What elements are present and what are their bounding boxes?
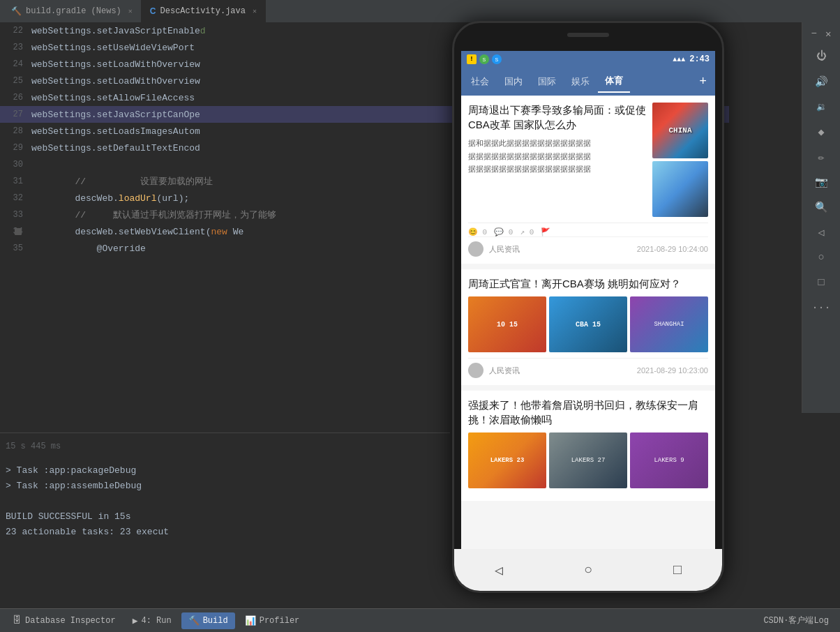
console-area: 15 s 445 ms > Task :app:packageDebug > T… xyxy=(0,432,450,594)
nav-tab-guonei[interactable]: 国内 xyxy=(497,71,530,92)
phone-screen: ! S S ▲▲▲ 2:43 社会 国内 xyxy=(461,51,715,549)
build-tab-label: Build xyxy=(203,616,228,626)
build-icon: 🔨 xyxy=(188,615,200,626)
run-tab-label: 4: Run xyxy=(141,616,171,626)
article-2-meta: 人民资讯 2021-08-29 10:23:00 xyxy=(468,358,708,378)
article-3-images: LAKERS 23 LAKERS 27 LAKERS 9 xyxy=(468,432,708,488)
phone-emulator: ! S S ▲▲▲ 2:43 社会 国内 xyxy=(452,21,731,607)
home-button[interactable]: ○ xyxy=(584,562,592,578)
ide-main: 🔨 build.gradle (News) ✕ C DescActivity.j… xyxy=(0,0,840,632)
article-1-title: 周琦退出下赛季导致多输局面：或促使CBA改革 国家队怎么办 xyxy=(468,103,647,132)
article-2-title: 周琦正式官宣！离开CBA赛场 姚明如何应对？ xyxy=(468,276,708,291)
back-button[interactable]: ◁ xyxy=(495,562,503,579)
tab-bar: 🔨 build.gradle (News) ✕ C DescActivity.j… xyxy=(0,0,840,22)
nav-tab-guoji[interactable]: 国际 xyxy=(531,71,563,92)
zoom-button[interactable]: 🔍 xyxy=(807,196,835,218)
database-icon: 🗄 xyxy=(13,615,22,626)
nav-tab-tiyu[interactable]: 体育 xyxy=(598,70,630,93)
nav-add-button[interactable]: + xyxy=(693,72,712,91)
status-icons-right: ▲▲▲ 2:43 xyxy=(673,54,710,64)
article-3-img-2: LAKERS 27 xyxy=(549,432,627,488)
article-1-text: 周琦退出下赛季导致多输局面：或促使CBA改革 国家队怎么办 据和据据此据据据据据… xyxy=(468,103,647,217)
tab-java[interactable]: C DescActivity.java ✕ xyxy=(142,0,266,22)
article-1-images: CHINA xyxy=(652,103,708,217)
status-icons-left: ! S S xyxy=(467,54,502,64)
article-3-title: 强援来了！他带着詹眉说明书回归，教练保安一肩挑！浓眉敢偷懒吗 xyxy=(468,398,708,427)
article-3-img-3: LAKERS 9 xyxy=(630,432,708,488)
article-2-img-1: 10 15 xyxy=(468,296,546,352)
console-line-tasks: 23 actionable tasks: 23 execut xyxy=(6,524,444,539)
camera-button[interactable]: 📷 xyxy=(807,171,835,193)
bottom-tab-profiler[interactable]: 📊 Profiler xyxy=(238,612,307,629)
news-article-3[interactable]: 强援来了！他带着詹眉说明书回归，教练保安一肩挑！浓眉敢偷懒吗 LAKERS 23… xyxy=(461,391,715,501)
square-nav-button[interactable]: □ xyxy=(807,271,835,294)
close-button[interactable]: ✕ xyxy=(825,28,831,40)
phone-speaker xyxy=(567,33,609,37)
article-2-img-3: SHANGHAI xyxy=(630,296,708,352)
console-line-timing: 15 s 445 ms xyxy=(6,439,444,454)
article-1-avatar xyxy=(468,241,483,257)
article-1-snippet-2: 据据据据据据据据据据据据据据据据 xyxy=(468,151,647,163)
signal-icon: ▲▲▲ xyxy=(673,56,685,63)
article-2-source: 人民资讯 xyxy=(489,366,520,376)
gradle-tab-label: build.gradle (News) xyxy=(26,6,121,16)
article-2-images: 10 15 CBA 15 SHANGHAI xyxy=(468,296,708,352)
article-1-meta: 人民资讯 2021-08-29 10:24:00 xyxy=(468,236,708,257)
article-1-source: 人民资讯 xyxy=(489,244,520,255)
profiler-tab-label: Profiler xyxy=(260,616,300,626)
article-2-time: 2021-08-29 10:23:00 xyxy=(637,366,708,375)
s-icon-1: S xyxy=(479,54,489,64)
article-3-img-1: LAKERS 23 xyxy=(468,432,546,488)
power-button[interactable]: ⏻ xyxy=(807,45,835,68)
recents-button[interactable]: □ xyxy=(673,562,682,578)
volume-up-button[interactable]: 🔊 xyxy=(807,70,835,93)
article-1-layout: 周琦退出下赛季导致多输局面：或促使CBA改革 国家队怎么办 据和据据此据据据据据… xyxy=(468,103,708,217)
gradle-tab-close[interactable]: ✕ xyxy=(128,7,133,15)
gradle-tab-icon: 🔨 xyxy=(11,6,22,17)
minimize-button[interactable]: − xyxy=(811,28,817,40)
warning-icon: ! xyxy=(467,54,477,64)
console-line-build: BUILD SUCCESSFUL in 15s xyxy=(6,509,444,524)
console-line-1: > Task :app:packageDebug xyxy=(6,462,444,478)
run-icon: ▶ xyxy=(133,615,138,626)
tab-gradle[interactable]: 🔨 build.gradle (News) ✕ xyxy=(3,0,142,22)
bottom-tab-database[interactable]: 🗄 Database Inspector xyxy=(6,612,123,629)
more-options-button[interactable]: ··· xyxy=(807,296,835,319)
article-2-avatar xyxy=(468,363,483,378)
bottom-tab-run[interactable]: ▶ 4: Run xyxy=(126,612,179,629)
volume-down-button[interactable]: 🔉 xyxy=(807,96,835,118)
article-1-snippet: 据和据据此据据据据据据据据据据据 xyxy=(468,137,647,149)
right-vertical-panel: − ✕ ⏻ 🔊 🔉 ◆ ✏ 📷 🔍 ◁ ○ □ ··· xyxy=(802,22,840,413)
news-article-2[interactable]: 周琦正式官宣！离开CBA赛场 姚明如何应对？ 10 15 CBA 15 SHAN… xyxy=(461,269,715,385)
bottom-tab-build[interactable]: 🔨 Build xyxy=(181,612,235,629)
article-1-snippet-3: 据据据据据据据据据据据据据据据据 xyxy=(468,163,647,175)
phone-bottom-bar: ◁ ○ □ xyxy=(454,549,722,591)
database-tab-label: Database Inspector xyxy=(25,616,116,626)
article-1-time: 2021-08-29 10:24:00 xyxy=(637,245,708,253)
home-nav-button[interactable]: ○ xyxy=(807,246,835,269)
java-tab-label: DescActivity.java xyxy=(160,6,246,16)
edit-button[interactable]: ✏ xyxy=(807,146,835,168)
s-icon-2: S xyxy=(492,54,502,64)
news-article-1[interactable]: 周琦退出下赛季导致多输局面：或促使CBA改革 国家队怎么办 据和据据此据据据据据… xyxy=(461,96,715,264)
status-time: 2:43 xyxy=(689,54,710,64)
java-tab-icon: C xyxy=(150,6,156,16)
bottom-right-label: CSDN·客户端Log xyxy=(758,612,834,629)
profiler-icon: 📊 xyxy=(245,615,256,626)
window-controls: − ✕ xyxy=(811,28,832,40)
article-1-img-1: CHINA xyxy=(652,103,708,158)
article-1-actions: 😊 0 💬 0 ↗ 0 🚩 xyxy=(468,223,708,236)
news-content[interactable]: 周琦退出下赛季导致多输局面：或促使CBA改革 国家队怎么办 据和据据此据据据据据… xyxy=(461,96,715,549)
console-timing: 15 s 445 ms xyxy=(6,442,82,451)
diamond-button[interactable]: ◆ xyxy=(807,121,835,143)
nav-tab-shehui[interactable]: 社会 xyxy=(464,71,496,92)
news-nav: 社会 国内 国际 娱乐 体育 + xyxy=(461,68,715,96)
nav-tab-yule[interactable]: 娱乐 xyxy=(564,71,597,92)
article-1-img-2 xyxy=(652,161,708,217)
back-nav-button[interactable]: ◁ xyxy=(807,221,835,243)
java-tab-close[interactable]: ✕ xyxy=(253,7,257,15)
article-2-img-2: CBA 15 xyxy=(549,296,627,352)
ide-bottom-bar: 🗄 Database Inspector ▶ 4: Run 🔨 Build 📊 … xyxy=(0,608,840,632)
console-line-empty xyxy=(6,493,444,509)
phone-outer: ! S S ▲▲▲ 2:43 社会 国内 xyxy=(452,21,724,593)
